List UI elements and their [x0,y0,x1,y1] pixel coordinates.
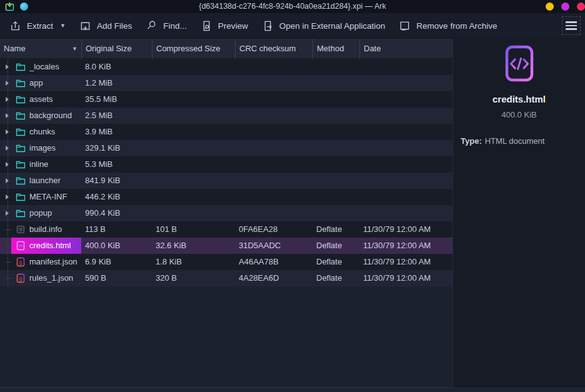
compressed-size-cell [152,124,235,140]
crc-checksum-cell [235,189,312,205]
column-headers: Name ▼ Original Size Compressed Size CRC… [0,39,452,59]
table-row[interactable]: popup 990.4 KiB [0,205,452,221]
table-row[interactable]: META-INF 446.2 KiB [0,189,452,205]
table-row[interactable]: {} rules_1.json 590 B 320 B 4A28EA6D Def… [0,270,452,286]
expand-arrow[interactable] [2,156,11,173]
expand-triangle-icon [6,162,9,167]
original-size-cell: 400.0 KiB [81,238,152,254]
method-cell: Deflate [312,221,359,238]
selected-file-name: credits.html [492,94,546,104]
name-highlight: app [11,75,81,91]
name-cell: popup [0,205,81,221]
original-size-cell: 35.5 MiB [81,91,152,108]
date-cell [359,124,452,140]
open-external-button[interactable]: Open in External Application [256,16,392,36]
file-name: chunks [29,124,55,140]
cyan-circle-icon[interactable] [20,3,28,11]
column-header-original-size[interactable]: Original Size [81,39,152,59]
method-cell [312,59,359,75]
column-header-crc-checksum[interactable]: CRC checksum [235,39,312,59]
table-row[interactable]: _locales 8.0 KiB [0,59,452,75]
table-row[interactable]: background 2.5 MiB [0,108,452,124]
svg-text:</>: </> [18,244,23,248]
window-title: {d634138d-c276-4fc8-924b-40a0ea21d284}.x… [0,0,585,13]
html-document-icon [502,44,537,86]
table-row[interactable]: ? build.info 113 B 101 B 0FA6EA28 Deflat… [0,221,452,238]
expand-arrow[interactable] [2,108,11,124]
json-file-icon: {} [16,257,26,267]
find-button[interactable]: Find... [139,16,193,36]
remove-from-archive-icon [399,20,411,32]
type-value: HTML document [485,136,545,146]
method-cell: Deflate [312,254,359,270]
name-highlight: {} rules_1.json [11,270,81,286]
expand-arrow[interactable] [2,140,11,156]
sort-descending-icon: ▼ [72,39,78,59]
compressed-size-cell [152,156,235,173]
tree-connector [6,278,11,279]
name-highlight: inline [11,156,81,173]
folder-icon [16,62,26,72]
preview-button[interactable]: Preview [194,16,254,36]
expand-triangle-icon [6,81,9,86]
name-cell: launcher [0,173,81,189]
table-row[interactable]: inline 5.3 MiB [0,156,452,173]
file-name: app [29,75,43,91]
method-cell [312,108,359,124]
name-highlight: images [11,140,81,156]
expand-arrow [2,270,11,286]
table-row[interactable]: assets 35.5 MiB [0,91,452,108]
remove-from-archive-button[interactable]: Remove from Archive [392,16,503,36]
extract-button[interactable]: Extract ▼ [3,16,72,36]
original-size-cell: 2.5 MiB [81,108,152,124]
add-files-icon [79,20,91,32]
column-header-name[interactable]: Name ▼ [0,39,81,59]
expand-arrow[interactable] [2,205,11,221]
method-cell [312,173,359,189]
crc-checksum-cell [235,124,312,140]
hamburger-menu-button[interactable] [562,16,581,35]
table-row[interactable]: app 1.2 MiB [0,75,452,91]
date-cell [359,205,452,221]
method-cell [312,156,359,173]
type-label: Type: [461,136,482,146]
compressed-size-cell [152,59,235,75]
crc-checksum-cell [235,140,312,156]
expand-arrow [2,254,11,270]
date-cell [359,156,452,173]
tree-connector [6,229,11,230]
expand-arrow[interactable] [2,59,11,75]
expand-arrow[interactable] [2,189,11,205]
table-row[interactable]: launcher 841.9 KiB [0,173,452,189]
svg-text:?: ? [19,227,22,233]
folder-icon [16,159,26,169]
column-header-date[interactable]: Date [359,39,452,59]
file-rows: _locales 8.0 KiB app 1.2 MiB assets [0,59,452,286]
maximize-button[interactable] [561,3,569,11]
close-button[interactable] [577,3,585,11]
crc-checksum-cell [235,59,312,75]
expand-arrow[interactable] [2,91,11,108]
file-name: _locales [29,59,59,75]
name-highlight: _locales [11,59,81,75]
table-row[interactable]: </> credits.html 400.0 KiB 32.6 KiB 31D5… [0,238,452,254]
column-header-compressed-size[interactable]: Compressed Size [152,39,235,59]
minimize-button[interactable] [546,3,554,11]
table-row[interactable]: images 329.1 KiB [0,140,452,156]
expand-arrow[interactable] [2,124,11,140]
column-header-method[interactable]: Method [312,39,359,59]
table-row[interactable]: {} manifest.json 6.9 KiB 1.8 KiB A46AA78… [0,254,452,270]
table-row[interactable]: chunks 3.9 MiB [0,124,452,140]
expand-arrow[interactable] [2,173,11,189]
preview-icon [201,20,212,32]
archive-file-list: Name ▼ Original Size Compressed Size CRC… [0,39,453,388]
compressed-size-cell [152,91,235,108]
add-files-button[interactable]: Add Files [73,16,138,36]
ark-window: {d634138d-c276-4fc8-924b-40a0ea21d284}.x… [0,0,585,392]
expand-arrow[interactable] [2,75,11,91]
crc-checksum-cell [235,75,312,91]
crc-checksum-cell: 4A28EA6D [235,270,312,286]
compressed-size-cell [152,205,235,221]
original-size-cell: 590 B [81,270,152,286]
find-icon [146,20,158,32]
